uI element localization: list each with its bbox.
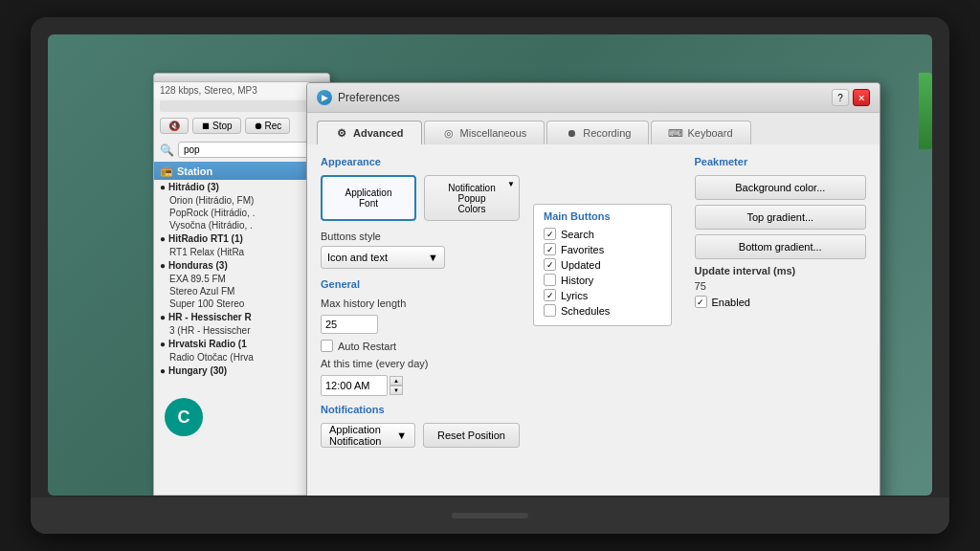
notification-popup-option[interactable]: ▼ NotificationPopupColors <box>424 175 520 221</box>
update-interval-section: Update interval (ms) 75 ✓ Enabled <box>695 265 866 308</box>
notifications-section: Notifications Application Notification ▼… <box>321 404 520 448</box>
record-button[interactable]: ⏺ Rec <box>245 118 291 134</box>
mb-history-checkbox[interactable] <box>544 274 556 286</box>
tab-recording[interactable]: ⏺ Recording <box>546 121 649 144</box>
buttons-style-value: Icon and text <box>327 252 388 263</box>
search-input[interactable] <box>178 142 311 158</box>
bullet-icon: ● <box>160 233 166 244</box>
buttons-style-section: Buttons style Icon and text ▼ <box>321 231 520 269</box>
notification-dropdown[interactable]: Application Notification ▼ <box>321 423 415 448</box>
enabled-row: ✓ Enabled <box>695 296 866 308</box>
mb-lyrics-checkbox[interactable]: ✓ <box>544 289 556 301</box>
tab-miscellaneous[interactable]: ◎ Miscellaneous <box>424 121 546 144</box>
mb-updated-checkbox[interactable]: ✓ <box>544 258 556 271</box>
peakmeter-section: Peakmeter Background color... Top gradie… <box>695 156 866 308</box>
max-history-row: Max history length <box>321 298 520 309</box>
buttons-style-dropdown[interactable]: Icon and text ▼ <box>321 246 445 269</box>
scrollbar-decoration <box>919 73 932 149</box>
laptop-frame: 128 kbps, Stereo, MP3 🔇 ⏹ Stop ⏺ Rec 🔍 ✕… <box>31 17 949 534</box>
close-button[interactable]: ✕ <box>853 89 870 106</box>
signal-icon: 📻 <box>160 165 173 177</box>
list-item[interactable]: 3 (HR - Hessischer <box>154 324 329 337</box>
app-font-option[interactable]: ApplicationFont <box>321 175 416 221</box>
bullet-icon: ● <box>160 182 166 192</box>
laptop-notch <box>452 513 528 518</box>
tab-keyboard[interactable]: ⌨ Keyboard <box>651 121 750 144</box>
search-icon: 🔍 <box>160 143 174 157</box>
top-content-row: Appearance ApplicationFont ▼ Notificatio… <box>321 156 866 448</box>
list-item[interactable]: Vysočna (Hitrádio, . <box>154 219 329 231</box>
buttons-style-label: Buttons style <box>321 231 520 242</box>
auto-restart-checkbox[interactable] <box>321 340 333 352</box>
left-section: Appearance ApplicationFont ▼ Notificatio… <box>321 156 520 448</box>
mb-search-checkbox[interactable]: ✓ <box>544 228 556 240</box>
bottom-gradient-button[interactable]: Bottom gradient... <box>695 234 866 259</box>
dialog-title-text: Preferences <box>338 91 400 104</box>
notifications-title: Notifications <box>321 404 520 415</box>
list-item[interactable]: RT1 Relax (HitRa <box>154 246 329 258</box>
dialog-content: Appearance ApplicationFont ▼ Notificatio… <box>307 144 880 496</box>
mb-lyrics-label: Lyrics <box>561 290 588 301</box>
max-history-value-row <box>321 315 520 334</box>
auto-restart-row: Auto Restart <box>321 340 520 352</box>
time-up-button[interactable]: ▲ <box>390 376 403 386</box>
mb-search-item: ✓ Search <box>544 228 661 240</box>
time-input[interactable] <box>321 375 388 396</box>
radio-app-header <box>154 74 329 82</box>
main-buttons-title: Main Buttons <box>544 210 661 222</box>
mb-search-label: Search <box>561 229 594 240</box>
enabled-checkbox[interactable]: ✓ <box>695 296 707 308</box>
time-down-button[interactable]: ▼ <box>390 386 403 395</box>
radio-progress-bar <box>160 100 323 112</box>
list-item[interactable]: Super 100 Stereo <box>154 298 329 310</box>
reset-position-button[interactable]: Reset Position <box>423 423 520 448</box>
general-title: General <box>321 278 520 290</box>
appearance-section: Appearance ApplicationFont ▼ Notificatio… <box>321 156 520 269</box>
notifications-row: Application Notification ▼ Reset Positio… <box>321 423 520 448</box>
bullet-icon: ● <box>160 260 166 271</box>
help-button[interactable]: ? <box>832 89 849 106</box>
at-time-label: At this time (every day) <box>321 358 428 369</box>
dropdown-arrow-icon: ▼ <box>507 180 515 188</box>
tab-advanced[interactable]: ⚙ Advanced <box>317 121 422 144</box>
stop-button[interactable]: ⏹ Stop <box>192 118 241 134</box>
list-item[interactable]: Stereo Azul FM <box>154 285 329 298</box>
mb-schedules-checkbox[interactable] <box>544 304 556 317</box>
station-group: ● Hitrádio (3) <box>154 180 329 194</box>
misc-icon: ◎ <box>442 126 456 140</box>
mb-favorites-checkbox[interactable]: ✓ <box>544 243 556 255</box>
teal-app-icon[interactable]: C <box>165 398 203 436</box>
mb-history-label: History <box>561 275 593 286</box>
preferences-dialog: ▶ Preferences ? ✕ ⚙ Advanced ◎ Miscellan… <box>306 82 880 496</box>
time-input-wrapper: ▲ ▼ <box>321 375 520 396</box>
list-item[interactable]: PopRock (Hitrádio, . <box>154 207 329 219</box>
volume-icon[interactable]: 🔇 <box>160 118 189 134</box>
at-time-label-row: At this time (every day) <box>321 358 520 369</box>
max-history-label: Max history length <box>321 298 406 309</box>
list-item[interactable]: Radio Otočac (Hrva <box>154 351 329 364</box>
mb-schedules-item: Schedules <box>544 304 661 317</box>
mb-favorites-label: Favorites <box>561 244 604 255</box>
station-list: ● Hitrádio (3) Orion (Hitrádio, FM) PopR… <box>154 180 329 378</box>
time-spin-buttons: ▲ ▼ <box>390 376 403 395</box>
top-gradient-button[interactable]: Top gradient... <box>695 205 866 230</box>
dialog-titlebar: ▶ Preferences ? ✕ <box>307 83 880 113</box>
enabled-label: Enabled <box>712 297 750 308</box>
station-group: ● Honduras (3) <box>154 258 329 273</box>
background-color-button[interactable]: Background color... <box>695 175 866 200</box>
notification-popup-label: NotificationPopupColors <box>448 183 495 214</box>
bullet-icon: ● <box>160 365 166 376</box>
list-item[interactable]: Orion (Hitrádio, FM) <box>154 194 329 207</box>
radio-bitrate: 128 kbps, Stereo, MP3 <box>154 82 329 99</box>
tabs-bar: ⚙ Advanced ◎ Miscellaneous ⏺ Recording ⌨… <box>307 113 880 144</box>
station-group: ● HitRadio RT1 (1) <box>154 231 329 246</box>
dialog-title: ▶ Preferences <box>317 90 400 105</box>
bullet-icon: ● <box>160 339 166 349</box>
update-interval-value: 75 <box>695 280 866 292</box>
app-font-label: ApplicationFont <box>345 187 392 209</box>
list-item[interactable]: EXA 89.5 FM <box>154 273 329 285</box>
station-group: ● Hungary (30) <box>154 364 329 378</box>
dropdown-chevron-icon: ▼ <box>428 252 438 263</box>
max-history-input[interactable] <box>321 315 378 334</box>
mb-lyrics-item: ✓ Lyrics <box>544 289 661 301</box>
